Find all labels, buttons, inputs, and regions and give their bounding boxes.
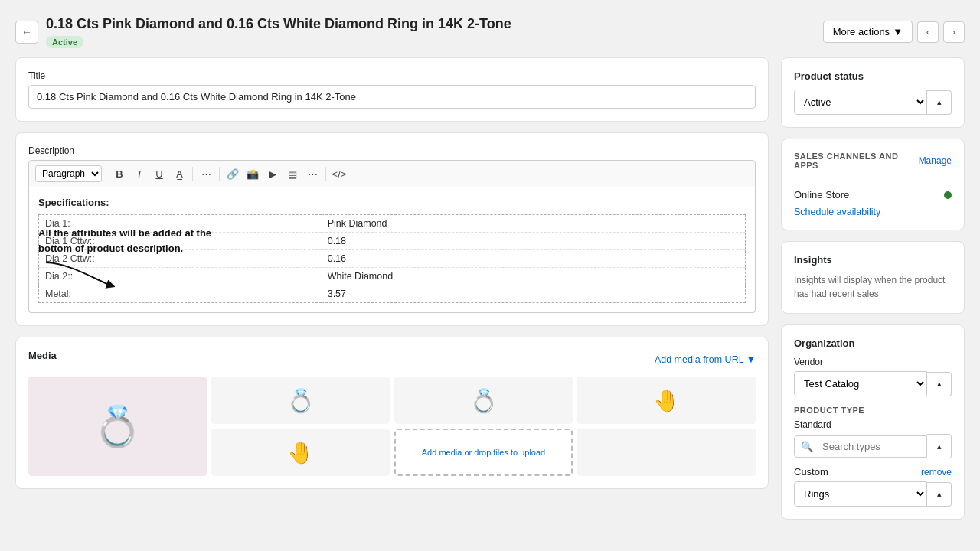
sales-channels-card: SALES CHANNELS AND APPS Manage Online St… <box>781 139 965 230</box>
product-status-title: Product status <box>794 70 952 82</box>
header-actions: More actions ▼ ‹ › <box>823 21 965 43</box>
more-button[interactable]: ⋯ <box>303 165 322 183</box>
prev-nav-button[interactable]: ‹ <box>917 21 939 43</box>
remove-link[interactable]: remove <box>921 467 952 478</box>
annotation-arrow <box>38 259 115 289</box>
add-media-url-link[interactable]: Add media from URL ▼ <box>655 354 756 365</box>
sales-channels-header: SALES CHANNELS AND APPS Manage <box>794 152 952 170</box>
custom-row: Custom remove <box>794 466 952 478</box>
custom-label: Custom <box>794 466 828 478</box>
specs-title: Specifications: <box>38 197 746 208</box>
page-title: 0.18 Cts Pink Diamond and 0.16 Cts White… <box>46 15 815 33</box>
rings-select-row: Rings ▴ <box>794 481 952 507</box>
title-area: 0.18 Cts Pink Diamond and 0.16 Cts White… <box>46 15 815 48</box>
product-status-card: Product status Active ▴ <box>781 57 965 128</box>
search-select-arrow[interactable]: ▴ <box>927 434 952 458</box>
sales-channels-body: Online Store Schedule availability <box>794 178 952 217</box>
page-header: ← 0.18 Cts Pink Diamond and 0.16 Cts Whi… <box>0 15 980 57</box>
status-select[interactable]: Active <box>794 90 927 115</box>
toolbar-divider-1 <box>106 167 106 181</box>
title-card: Title <box>15 57 769 122</box>
vendor-select[interactable]: Test Catalog <box>794 371 927 396</box>
image-button[interactable]: 📸 <box>243 165 262 183</box>
media-item-main[interactable]: 💍 <box>28 377 207 476</box>
description-field-label: Description <box>28 145 756 156</box>
toolbar-divider-2 <box>192 167 193 181</box>
link-button[interactable]: 🔗 <box>224 165 242 183</box>
media-item-5[interactable]: 🤚 <box>211 429 390 476</box>
italic-button[interactable]: I <box>130 165 149 183</box>
organization-card: Organization Vendor Test Catalog ▴ PRODU… <box>781 324 965 520</box>
search-input-container: 🔍 <box>794 435 927 458</box>
title-input[interactable] <box>28 85 756 109</box>
rings-select-arrow[interactable]: ▴ <box>927 482 952 507</box>
search-types-input[interactable] <box>819 436 927 457</box>
description-toolbar: Paragraph B I U A̲ ⋯ 🔗 📸 ▶ ▤ ⋯ </ <box>28 160 756 187</box>
table-button[interactable]: ▤ <box>283 165 302 183</box>
media-card: Media Add media from URL ▼ 💍 💍 <box>15 337 769 489</box>
next-nav-button[interactable]: › <box>943 21 965 43</box>
add-media-drop-area[interactable]: Add media or drop files to upload <box>394 429 573 476</box>
paragraph-select[interactable]: Paragraph <box>35 165 102 182</box>
product-type-label: PRODUCT TYPE <box>794 406 952 415</box>
chevron-down-icon: ▼ <box>893 26 903 37</box>
status-select-row: Active ▴ <box>794 90 952 115</box>
insights-title: Insights <box>794 254 952 266</box>
status-select-arrow[interactable]: ▴ <box>927 90 952 115</box>
media-item-empty <box>577 429 756 476</box>
add-media-drop-label: Add media or drop files to upload <box>422 447 545 458</box>
organization-title: Organization <box>794 337 952 349</box>
vendor-select-row: Test Catalog ▴ <box>794 371 952 396</box>
media-item-3[interactable]: 💍 <box>394 377 573 424</box>
vendor-field: Vendor Test Catalog ▴ <box>794 357 952 396</box>
insights-card: Insights Insights will display when the … <box>781 241 965 314</box>
active-indicator <box>944 191 952 199</box>
annotation: All the attributes will be added at the … <box>38 226 222 292</box>
rings-select[interactable]: Rings <box>794 481 927 507</box>
annotation-text: All the attributes will be added at the … <box>38 226 222 256</box>
toolbar-divider-3 <box>219 167 220 181</box>
bold-button[interactable]: B <box>110 165 129 183</box>
source-button[interactable]: </> <box>330 165 348 183</box>
title-field-label: Title <box>28 70 756 81</box>
chevron-down-icon: ▼ <box>746 354 756 365</box>
underline-button[interactable]: U <box>150 165 168 183</box>
specs-value: 0.16 <box>322 250 746 268</box>
vendor-select-arrow[interactable]: ▴ <box>927 372 952 396</box>
align-button[interactable]: ⋯ <box>197 165 215 183</box>
standard-label: Standard <box>794 419 952 430</box>
manage-link[interactable]: Manage <box>919 155 952 166</box>
video-button[interactable]: ▶ <box>263 165 282 183</box>
status-badge: Active <box>46 36 83 48</box>
media-card-header: Media Add media from URL ▼ <box>28 350 756 369</box>
vendor-label: Vendor <box>794 357 952 367</box>
online-store-label: Online Store <box>794 189 849 201</box>
online-store-row: Online Store <box>794 184 952 205</box>
back-button[interactable]: ← <box>15 21 38 44</box>
specs-value: 3.57 <box>322 285 746 303</box>
more-actions-label: More actions <box>833 26 890 37</box>
specs-value: Pink Diamond <box>322 215 746 233</box>
font-color-button[interactable]: A̲ <box>170 165 188 183</box>
more-actions-button[interactable]: More actions ▼ <box>823 21 913 43</box>
media-grid: 💍 💍 💍 🤚 🤚 <box>28 377 756 476</box>
standard-input-row: 🔍 ▴ <box>794 434 952 458</box>
sales-channels-title: SALES CHANNELS AND APPS <box>794 152 919 170</box>
insights-body: Insights will display when the product h… <box>794 273 952 301</box>
media-title: Media <box>28 350 57 361</box>
specs-value: 0.18 <box>322 233 746 250</box>
media-item-2[interactable]: 💍 <box>211 377 390 424</box>
specs-value: White Diamond <box>322 268 746 285</box>
right-column: Product status Active ▴ SALES CHANNELS A… <box>781 57 965 520</box>
media-item-4[interactable]: 🤚 <box>577 377 756 424</box>
search-icon: 🔍 <box>795 436 819 457</box>
schedule-availability-link[interactable]: Schedule availability <box>794 207 952 217</box>
toolbar-divider-4 <box>325 167 326 181</box>
